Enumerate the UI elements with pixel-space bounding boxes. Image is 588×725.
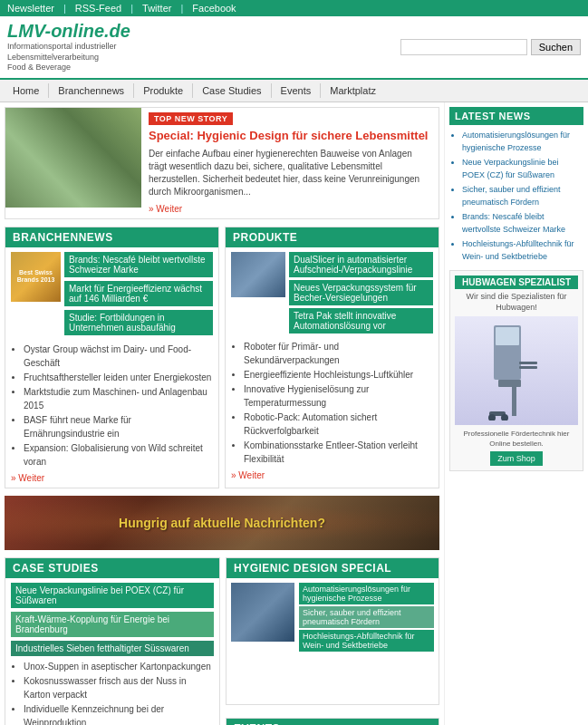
branchennews-content: Best Swiss Brands 2013 Brands: Nescafé b…	[5, 247, 218, 488]
list-item[interactable]: Fruchtsafthersteller leiden unter Energi…	[24, 371, 213, 384]
list-item[interactable]: Oystar Group wächst im Dairy- und Food-G…	[24, 343, 213, 370]
nav-bar: Home Branchennews Produkte Case Studies …	[0, 80, 588, 102]
latest-news-header: LATEST NEWS	[449, 107, 583, 125]
branchennews-highlight-3[interactable]: Studie: Fortbildungen in Unternehmen aus…	[64, 310, 213, 335]
logo-title[interactable]: LMV-online.de	[7, 21, 152, 42]
hygienic-content: Automatisierungslösungen für hygienische…	[227, 578, 439, 658]
list-item[interactable]: Kokosnusswasser frisch aus der Nuss in K…	[24, 674, 214, 701]
events-box: EVENTS drinktec Go with the flow. drinkt…	[226, 718, 439, 725]
hunger-text: Hungrig auf aktuelle Nachrichten?	[119, 516, 325, 530]
case-studies-content: Neue Verpackungslinie bei POEX (CZ) für …	[5, 578, 219, 725]
branchennews-more[interactable]: Weiter	[11, 473, 213, 483]
case-highlight-2[interactable]: Kraft-Wärme-Kopplung für Energie bei Bra…	[11, 612, 214, 637]
branchennews-highlight-1[interactable]: Brands: Nescafé bleibt wertvollste Schwe…	[64, 252, 213, 277]
produkte-more[interactable]: Weiter	[231, 470, 433, 480]
left-content: TOP NEW STORY Special: Hygienic Design f…	[0, 102, 444, 725]
latest-news-item[interactable]: Hochleistungs-Abfülltechnik für Wein- un…	[462, 238, 583, 263]
right-lower-col: HYGIENIC DESIGN SPECIAL Automatisierungs…	[226, 557, 439, 725]
twitter-link[interactable]: Twitter	[142, 3, 171, 14]
logo-area: LMV-online.de Informationsportal industr…	[7, 21, 152, 73]
case-highlight-1[interactable]: Neue Verpackungslinie bei POEX (CZ) für …	[11, 583, 214, 608]
case-studies-list: Unox-Suppen in aseptischer Kartonpackung…	[11, 660, 214, 725]
produkte-image	[231, 252, 285, 297]
nav-produkte[interactable]: Produkte	[134, 83, 193, 98]
latest-news-item[interactable]: Sicher, sauber und effizient pneumatisch…	[462, 184, 583, 208]
svg-rect-8	[519, 366, 537, 369]
hygienic-item-1[interactable]: Automatisierungslösungen für hygienische…	[299, 583, 434, 604]
list-item[interactable]: Marktstudie zum Maschinen- und Anlagenba…	[24, 385, 213, 412]
search-button[interactable]: Suchen	[531, 39, 581, 55]
latest-news-list: Automatisierungslösungen für hygienische…	[449, 130, 583, 263]
featured-read-more[interactable]: Weiter	[149, 204, 182, 214]
produkte-box: PRODUKTE DualSlicer in automatisierter A…	[225, 227, 439, 488]
hygienic-header: HYGIENIC DESIGN SPECIAL	[227, 558, 439, 578]
list-item[interactable]: Roboter für Primär- und Sekundärverpacku…	[244, 340, 433, 367]
branchennews-box: BRANCHENNEWS Best Swiss Brands 2013 Bran…	[5, 227, 219, 488]
list-item[interactable]: Innovative Hygieniselösung zur Temperatu…	[244, 382, 433, 410]
list-item[interactable]: Individuelle Kennzeichnung bei der Weinp…	[24, 702, 214, 725]
hubwagen-shop-button[interactable]: Zum Shop	[490, 451, 543, 466]
featured-article: TOP NEW STORY Special: Hygienic Design f…	[5, 107, 439, 219]
top-new-story-badge: TOP NEW STORY	[149, 112, 233, 125]
right-sidebar: LATEST NEWS Automatisierungslösungen für…	[444, 102, 588, 725]
produkte-list: Roboter für Primär- und Sekundärverpacku…	[231, 340, 433, 466]
branchennews-image: Best Swiss Brands 2013	[11, 252, 61, 302]
top-bar: Newsletter | RSS-Feed | Twitter | Facebo…	[0, 0, 588, 16]
produkte-highlight-1[interactable]: DualSlicer in automatisierter Aufschneid…	[289, 252, 433, 277]
hubwagen-footer: Professionelle Fördertechnik hier Online…	[455, 430, 578, 449]
latest-news-item[interactable]: Automatisierungslösungen für hygienische…	[462, 130, 583, 154]
newsletter-link[interactable]: Newsletter	[7, 3, 54, 14]
hygienic-item-3[interactable]: Hochleistungs-Abfülltechnik für Wein- un…	[299, 630, 434, 652]
svg-rect-7	[519, 362, 537, 364]
branchennews-highlight-2[interactable]: Markt für Energieeffizienz wächst auf 14…	[64, 281, 213, 306]
list-item[interactable]: Kombinationsstarke Entleer-Station verle…	[244, 439, 433, 466]
produkte-highlight-3[interactable]: Tetra Pak stellt innovative Automationsl…	[289, 308, 433, 334]
hygienic-image	[231, 583, 294, 642]
events-header: EVENTS	[227, 719, 439, 725]
list-item[interactable]: Robotic-Pack: Automation sichert Rückver…	[244, 411, 433, 438]
rss-link[interactable]: RSS-Feed	[75, 3, 121, 14]
branchennews-list: Oystar Group wächst im Dairy- und Food-G…	[11, 343, 213, 469]
main-content: TOP NEW STORY Special: Hygienic Design f…	[0, 102, 588, 725]
hygienic-item-2[interactable]: Sicher, sauber und effizient pneumatisch…	[299, 606, 434, 628]
list-item[interactable]: Unox-Suppen in aseptischer Kartonpackung…	[24, 660, 214, 673]
case-studies-row: CASE STUDIES Neue Verpackungslinie bei P…	[5, 557, 439, 725]
featured-image	[5, 108, 141, 208]
produkte-header: PRODUKTE	[226, 227, 439, 247]
search-area: Suchen	[400, 39, 581, 55]
nav-case-studies[interactable]: Case Studies	[193, 83, 271, 98]
latest-news-item[interactable]: Brands: Nescafé bleibt wertvollste Schwe…	[462, 211, 583, 236]
hubwagen-icon	[485, 321, 548, 420]
logo-subtitle: Informationsportal industrieller Lebensm…	[7, 42, 152, 73]
featured-title: Special: Hygienic Design für sichere Leb…	[149, 129, 431, 144]
hunger-banner: Hungrig auf aktuelle Nachrichten?	[5, 496, 439, 550]
nav-events[interactable]: Events	[272, 83, 322, 98]
hubwagen-ad: HUBWAGEN SPEZIALIST Wir sind die Spezial…	[449, 270, 583, 471]
nav-branchennews[interactable]: Branchennews	[49, 83, 134, 98]
nav-marktplatz[interactable]: Marktplatz	[321, 83, 385, 98]
hubwagen-subtitle: Wir sind die Spezialisten für Hubwagen!	[455, 292, 578, 313]
svg-rect-2	[498, 380, 521, 387]
branchennews-header: BRANCHENNEWS	[5, 227, 218, 247]
produkte-content: DualSlicer in automatisierter Aufschneid…	[226, 247, 439, 485]
nav-home[interactable]: Home	[7, 83, 49, 98]
branchennews-produkte-row: BRANCHENNEWS Best Swiss Brands 2013 Bran…	[5, 227, 439, 488]
produkte-highlight-2[interactable]: Neues Verpackungssystem für Becher-Versi…	[289, 280, 433, 305]
case-highlight-3[interactable]: Industrielles Sieben fetthaltigter Süssw…	[11, 641, 214, 656]
svg-rect-3	[512, 384, 516, 416]
list-item[interactable]: Energieeffiziente Hochleistungs-Luftkühl…	[244, 368, 433, 382]
list-item[interactable]: BASF führt neue Marke für Ernährungsindu…	[24, 413, 213, 440]
case-studies-header: CASE STUDIES	[5, 558, 219, 578]
case-studies-box: CASE STUDIES Neue Verpackungslinie bei P…	[5, 557, 220, 725]
facebook-link[interactable]: Facebook	[192, 3, 236, 14]
hygienic-box: HYGIENIC DESIGN SPECIAL Automatisierungs…	[226, 557, 439, 705]
search-input[interactable]	[400, 39, 527, 55]
list-item[interactable]: Expansion: Globalisierung von Wild schre…	[24, 441, 213, 469]
svg-rect-1	[496, 327, 519, 345]
header: LMV-online.de Informationsportal industr…	[0, 16, 588, 80]
hubwagen-image	[455, 316, 578, 425]
latest-news-item[interactable]: Neue Verpackungslinie bei POEX (CZ) für …	[462, 157, 583, 181]
featured-content: TOP NEW STORY Special: Hygienic Design f…	[141, 108, 439, 218]
hubwagen-title: HUBWAGEN SPEZIALIST	[455, 276, 578, 289]
featured-text: Der einfache Aufbau einer hygienerechten…	[149, 148, 431, 198]
